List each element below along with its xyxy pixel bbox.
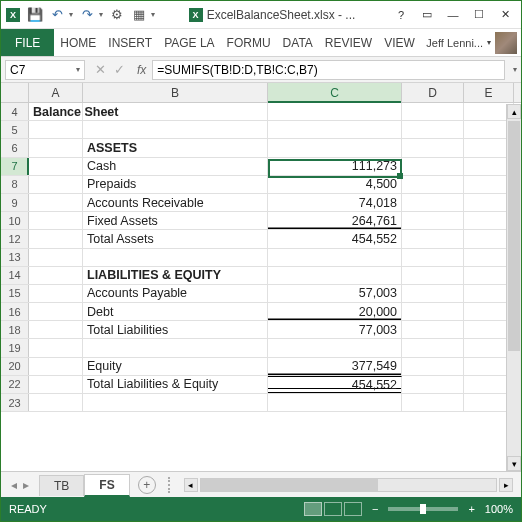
row-header[interactable]: 9	[1, 194, 29, 211]
page-layout-view-button[interactable]	[324, 502, 342, 516]
vscroll-thumb[interactable]	[508, 121, 520, 351]
row-header[interactable]: 14	[1, 267, 29, 284]
row-header[interactable]: 13	[1, 249, 29, 266]
row-header[interactable]: 4	[1, 103, 29, 120]
cell[interactable]: ASSETS	[83, 139, 268, 156]
normal-view-button[interactable]	[304, 502, 322, 516]
qat-customize-icon[interactable]: ▦	[131, 7, 147, 23]
scroll-up-icon[interactable]: ▴	[507, 104, 521, 119]
add-sheet-button[interactable]: +	[138, 476, 156, 494]
cell[interactable]: 264,761	[268, 212, 402, 229]
maximize-button[interactable]: ☐	[467, 6, 491, 24]
cell[interactable]: 4,500	[268, 176, 402, 193]
tab-data[interactable]: DATA	[277, 29, 319, 56]
cell[interactable]: 111,273	[268, 158, 402, 175]
cell[interactable]: 454,552	[268, 230, 402, 247]
qat-tool-icon[interactable]: ⚙	[109, 7, 125, 23]
row-header[interactable]: 22	[1, 376, 29, 393]
row-header[interactable]: 19	[1, 339, 29, 356]
scroll-down-icon[interactable]: ▾	[507, 456, 521, 471]
cell[interactable]: Total Assets	[83, 230, 268, 247]
hscroll-track[interactable]	[200, 478, 497, 492]
tab-home[interactable]: HOME	[54, 29, 102, 56]
row-header[interactable]: 7	[1, 158, 29, 175]
cell[interactable]: Accounts Receivable	[83, 194, 268, 211]
name-box-dropdown-icon[interactable]: ▾	[76, 65, 80, 74]
row-header[interactable]: 6	[1, 139, 29, 156]
formula-input[interactable]: =SUMIFS(TB!D:D,TB!C:C,B7)	[152, 60, 505, 80]
redo-icon[interactable]: ↷	[79, 7, 95, 23]
row-header[interactable]: 8	[1, 176, 29, 193]
close-button[interactable]: ✕	[493, 6, 517, 24]
row-header[interactable]: 15	[1, 285, 29, 302]
row-header[interactable]: 16	[1, 303, 29, 320]
tab-insert[interactable]: INSERT	[102, 29, 158, 56]
enter-formula-icon[interactable]: ✓	[114, 62, 125, 77]
page-break-view-button[interactable]	[344, 502, 362, 516]
zoom-slider[interactable]	[388, 507, 458, 511]
sheet-tab-tb[interactable]: TB	[39, 475, 84, 496]
cell[interactable]: Prepaids	[83, 176, 268, 193]
cell[interactable]: Fixed Assets	[83, 212, 268, 229]
ribbon-options-button[interactable]: ▭	[415, 6, 439, 24]
hscroll-thumb[interactable]	[201, 479, 378, 491]
cell[interactable]: LIABILITIES & EQUITY	[83, 267, 268, 284]
cell[interactable]: Equity	[83, 358, 268, 375]
tab-file[interactable]: FILE	[1, 29, 54, 56]
row-header[interactable]: 20	[1, 358, 29, 375]
scroll-right-icon[interactable]: ▸	[499, 478, 513, 492]
name-box[interactable]: C7 ▾	[5, 60, 85, 80]
table-row: 6ASSETS	[1, 139, 521, 157]
tab-formulas[interactable]: FORMU	[221, 29, 277, 56]
vertical-scrollbar[interactable]: ▴ ▾	[506, 104, 521, 471]
redo-dropdown-icon[interactable]: ▾	[99, 10, 103, 19]
col-header-b[interactable]: B	[83, 83, 268, 102]
row-header[interactable]: 10	[1, 212, 29, 229]
sheet-tab-fs[interactable]: FS	[84, 474, 129, 497]
help-button[interactable]: ?	[389, 6, 413, 24]
tab-pagelayout[interactable]: PAGE LA	[158, 29, 220, 56]
row-header[interactable]: 23	[1, 394, 29, 411]
formula-expand-icon[interactable]: ▾	[509, 65, 521, 74]
tab-next-icon[interactable]: ▸	[23, 478, 29, 492]
zoom-in-icon[interactable]: +	[468, 503, 474, 515]
cell[interactable]: 74,018	[268, 194, 402, 211]
zoom-level[interactable]: 100%	[485, 503, 513, 515]
view-buttons	[304, 502, 362, 516]
cell[interactable]: 377,549	[268, 358, 402, 375]
cell[interactable]: Debt	[83, 303, 268, 320]
fx-icon[interactable]: fx	[131, 63, 152, 77]
row-header[interactable]: 18	[1, 321, 29, 338]
horizontal-scrollbar[interactable]: ◂ ▸	[176, 478, 521, 492]
cell[interactable]: 77,003	[268, 321, 402, 338]
save-icon[interactable]: 💾	[27, 7, 43, 23]
undo-icon[interactable]: ↶	[49, 7, 65, 23]
row-header[interactable]: 12	[1, 230, 29, 247]
tab-view[interactable]: VIEW	[378, 29, 421, 56]
user-account[interactable]: Jeff Lenni... ▾	[422, 29, 521, 56]
tab-review[interactable]: REVIEW	[319, 29, 378, 56]
cell[interactable]: Accounts Payable	[83, 285, 268, 302]
col-header-e[interactable]: E	[464, 83, 514, 102]
undo-dropdown-icon[interactable]: ▾	[69, 10, 73, 19]
cell[interactable]: Balance Sheet	[29, 103, 83, 120]
zoom-thumb[interactable]	[420, 504, 426, 514]
cell[interactable]: 57,003	[268, 285, 402, 302]
cell[interactable]: 454,552	[268, 376, 402, 393]
scroll-left-icon[interactable]: ◂	[184, 478, 198, 492]
spreadsheet-grid[interactable]: A B C D E 4Balance Sheet 5 6ASSETS 7Cash…	[1, 83, 521, 412]
col-header-d[interactable]: D	[402, 83, 464, 102]
col-header-a[interactable]: A	[29, 83, 83, 102]
cancel-formula-icon[interactable]: ✕	[95, 62, 106, 77]
cell[interactable]: Total Liabilities & Equity	[83, 376, 268, 393]
user-name-label: Jeff Lenni...	[426, 37, 483, 49]
minimize-button[interactable]: —	[441, 6, 465, 24]
select-all-corner[interactable]	[1, 83, 29, 102]
tab-prev-icon[interactable]: ◂	[11, 478, 17, 492]
cell[interactable]: Cash	[83, 158, 268, 175]
row-header[interactable]: 5	[1, 121, 29, 138]
cell[interactable]: 20,000	[268, 303, 402, 320]
zoom-out-icon[interactable]: −	[372, 503, 378, 515]
cell[interactable]: Total Liabilities	[83, 321, 268, 338]
col-header-c[interactable]: C	[268, 83, 402, 102]
